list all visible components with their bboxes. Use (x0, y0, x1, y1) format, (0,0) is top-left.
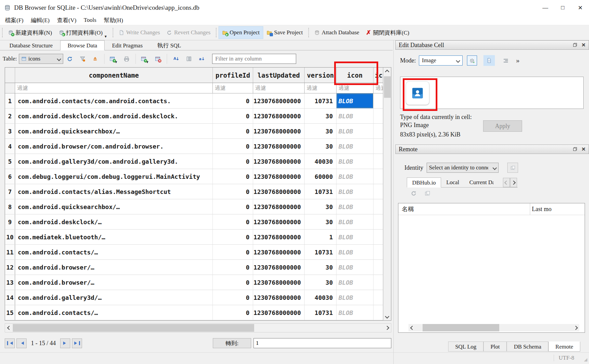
table-row[interactable]: 9 com.android.deskclock/… 0 123076800000… (5, 214, 383, 230)
cell-profileid[interactable]: 0 (213, 124, 253, 138)
row-number[interactable]: 13 (5, 275, 15, 290)
sort-desc-button[interactable]: a (196, 53, 207, 65)
table-row[interactable]: 13 com.android.browser/… 0 1230768000000… (5, 275, 383, 290)
row-number[interactable]: 7 (5, 184, 15, 199)
col-header-version[interactable]: version (305, 68, 337, 83)
row-number[interactable]: 3 (5, 124, 15, 138)
cell-version[interactable]: 1 (305, 230, 337, 244)
cell-componentname[interactable]: com.debug.loggerui/com.debug.loggerui.Ma… (15, 169, 213, 184)
col-header-componentname[interactable]: componentName (15, 68, 213, 83)
cell-profileid[interactable]: 0 (213, 305, 253, 320)
cell-componentname[interactable]: com.android.deskclock/… (15, 214, 213, 229)
cell-ic-partial[interactable] (374, 93, 383, 108)
scroll-down-icon[interactable] (383, 312, 391, 320)
cell-ic-partial[interactable] (374, 139, 383, 154)
table-row[interactable]: 15 com.android.contacts/… 0 123076800000… (5, 305, 383, 320)
cell-ic-partial[interactable] (374, 154, 383, 169)
table-select[interactable]: icons (19, 54, 63, 64)
remote-list-scrollbar[interactable] (408, 324, 579, 331)
cell-icon-blob[interactable]: BLOB (337, 260, 374, 275)
cell-ic-partial[interactable] (374, 245, 383, 259)
cell-ic-partial[interactable] (374, 169, 383, 184)
cell-ic-partial[interactable] (374, 109, 383, 123)
filter-lastupdated[interactable]: 過濾 (253, 83, 305, 93)
cell-icon-blob[interactable]: BLOB (337, 154, 374, 169)
cell-ic-partial[interactable] (374, 305, 383, 320)
tab-scroll-right-icon[interactable] (510, 178, 517, 187)
cell-componentname[interactable]: com.android.gallery3d/… (15, 290, 213, 305)
close-panel-icon[interactable]: ✕ (581, 146, 586, 152)
table-row[interactable]: 5 com.android.gallery3d/com.android.gall… (5, 154, 383, 169)
row-number[interactable]: 6 (5, 169, 15, 184)
goto-record-input[interactable] (253, 338, 391, 348)
col-header-rownum[interactable] (5, 68, 15, 83)
cell-profileid[interactable]: 0 (213, 214, 253, 229)
attach-database-button[interactable]: Attach Database (311, 26, 363, 39)
cell-version[interactable]: 10731 (305, 245, 337, 259)
cell-icon-blob[interactable]: BLOB (337, 124, 374, 138)
last-page-button[interactable] (72, 338, 82, 348)
cell-version[interactable]: 30 (305, 124, 337, 138)
row-number[interactable]: 10 (5, 230, 15, 244)
cell-componentname[interactable]: com.android.browser/com.android.browser. (15, 139, 213, 154)
cell-lastupdated[interactable]: 1230768000000 (253, 93, 305, 108)
cell-icon-blob[interactable]: BLOB (337, 230, 374, 244)
grid-horizontal-scrollbar[interactable] (5, 323, 391, 332)
cell-ic-partial[interactable] (374, 260, 383, 275)
open-database-dropdown-icon[interactable]: ▼ (104, 35, 107, 38)
prev-page-button[interactable] (16, 338, 27, 348)
cell-lastupdated[interactable]: 1230768000000 (253, 139, 305, 154)
cell-lastupdated[interactable]: 1230768000000 (253, 230, 305, 244)
cell-profileid[interactable]: 0 (213, 154, 253, 169)
filter-componentname[interactable]: 過濾 (15, 83, 213, 93)
mode-select[interactable]: Image (419, 55, 463, 66)
cell-version[interactable]: 60000 (305, 169, 337, 184)
cell-profileid[interactable]: 0 (213, 290, 253, 305)
cell-icon-blob[interactable]: BLOB (337, 109, 374, 123)
cell-icon-blob[interactable]: BLOB (337, 169, 374, 184)
close-button[interactable]: ✕ (572, 0, 589, 15)
table-row[interactable]: 1 com.android.contacts/com.android.conta… (5, 93, 383, 109)
apply-button[interactable]: Apply (483, 120, 522, 132)
remote-refresh-button[interactable] (411, 191, 417, 198)
cell-version[interactable]: 30 (305, 260, 337, 275)
cell-componentname[interactable]: com.android.deskclock/com.android.deskcl… (15, 109, 213, 123)
maximize-button[interactable]: □ (554, 0, 572, 15)
upload-database-button[interactable] (507, 163, 518, 173)
cell-icon-blob[interactable]: BLOB (337, 184, 374, 199)
cell-version[interactable]: 10731 (305, 184, 337, 199)
cell-lastupdated[interactable]: 1230768000000 (253, 275, 305, 290)
row-number[interactable]: 5 (5, 154, 15, 169)
table-row[interactable]: 3 com.android.quicksearchbox/… 0 1230768… (5, 124, 383, 139)
cell-profileid[interactable]: 0 (213, 109, 253, 123)
tab-browse-data[interactable]: Browse Data (60, 40, 105, 50)
dock-tab-remote[interactable]: Remote (548, 341, 580, 352)
cell-version[interactable]: 30 (305, 214, 337, 229)
cell-version[interactable]: 30 (305, 199, 337, 214)
clear-filters-button[interactable] (77, 53, 88, 65)
cell-lastupdated[interactable]: 1230768000000 (253, 184, 305, 199)
cell-componentname[interactable]: com.android.contacts/alias.MessageShortc… (15, 184, 213, 199)
row-number[interactable]: 12 (5, 260, 15, 275)
menu-item-help[interactable]: 幫助(H) (100, 16, 127, 24)
cell-icon-blob[interactable]: BLOB (337, 214, 374, 229)
cell-componentname[interactable]: com.android.quicksearchbox/… (15, 124, 213, 138)
cell-componentname[interactable]: com.android.contacts/… (15, 245, 213, 259)
tab-scroll-left-icon[interactable] (503, 178, 510, 187)
scroll-left-icon[interactable] (408, 324, 416, 331)
tab-edit-pragmas[interactable]: Edit Pragmas (105, 40, 150, 50)
cell-icon-blob[interactable]: BLOB (337, 199, 374, 214)
table-row[interactable]: 6 com.debug.loggerui/com.debug.loggerui.… (5, 169, 383, 184)
vertical-scroll-thumb[interactable] (384, 76, 391, 98)
row-number[interactable]: 11 (5, 245, 15, 259)
cell-profileid[interactable]: 0 (213, 139, 253, 154)
col-header-profileid[interactable]: profileId (213, 68, 253, 83)
cell-ic-partial[interactable] (374, 275, 383, 290)
row-number[interactable]: 8 (5, 199, 15, 214)
cell-lastupdated[interactable]: 1230768000000 (253, 305, 305, 320)
cell-version[interactable]: 40030 (305, 290, 337, 305)
cell-version[interactable]: 30 (305, 109, 337, 123)
import-data-button[interactable] (467, 55, 477, 66)
table-row[interactable]: 2 com.android.deskclock/com.android.desk… (5, 109, 383, 124)
delete-record-button[interactable]: ✕ (152, 53, 163, 65)
